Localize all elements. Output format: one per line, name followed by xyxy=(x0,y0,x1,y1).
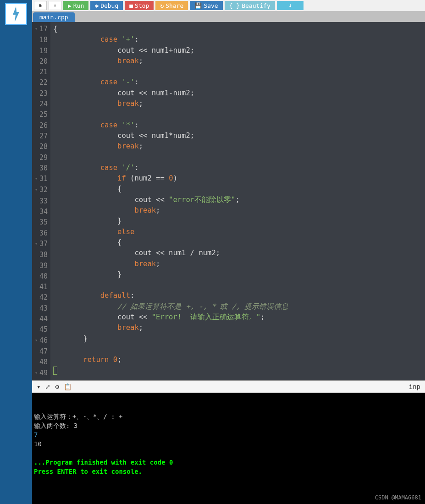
copy-icon[interactable]: 📋 xyxy=(64,383,72,390)
expand-icon[interactable]: ⤢ xyxy=(45,383,50,390)
stop-icon: ■ xyxy=(129,2,133,9)
line-gutter: 1718192021222324252627282930313233343536… xyxy=(32,22,50,380)
code-content[interactable]: { case '+': cout << num1+num2; break; ca… xyxy=(50,22,425,380)
debug-button[interactable]: ✱ Debug xyxy=(90,1,123,10)
download-button[interactable]: ⬇ xyxy=(277,1,304,10)
run-button[interactable]: ▶ Run xyxy=(63,1,88,10)
stop-button[interactable]: ■ Stop xyxy=(125,1,154,10)
gear-icon[interactable]: ⚙ xyxy=(55,383,59,390)
play-icon: ▶ xyxy=(68,2,72,9)
watermark: CSDN @MAMA6681 xyxy=(375,493,421,502)
app-logo xyxy=(5,3,27,25)
debug-label: Debug xyxy=(100,2,118,9)
sidebar xyxy=(0,0,32,504)
share-button[interactable]: ↻ Share xyxy=(155,1,188,10)
share-label: Share xyxy=(166,2,183,9)
run-label: Run xyxy=(73,2,84,9)
beautify-label: Beautify xyxy=(242,2,270,9)
save-label: Save xyxy=(204,2,218,9)
upload-button[interactable] xyxy=(49,1,61,10)
save-icon: 💾 xyxy=(194,2,202,9)
toolbar: ▶ Run ✱ Debug ■ Stop ↻ Share 💾 Save { } … xyxy=(32,0,425,11)
share-icon: ↻ xyxy=(160,2,164,9)
code-editor[interactable]: 1718192021222324252627282930313233343536… xyxy=(32,22,425,380)
download-icon: ⬇ xyxy=(288,2,292,9)
tab-main-cpp[interactable]: main.cpp xyxy=(33,12,75,22)
console-toolbar: ▾ ⤢ ⚙ 📋 inp xyxy=(32,381,425,393)
console-output[interactable]: 输入运算符：+、-、*、/ : +输入两个数: 3710 ...Program … xyxy=(32,393,425,504)
save-button[interactable]: 💾 Save xyxy=(190,1,222,10)
console-panel: ▾ ⤢ ⚙ 📋 inp 输入运算符：+、-、*、/ : +输入两个数: 3710… xyxy=(32,380,425,504)
tabs-bar: main.cpp xyxy=(32,11,425,22)
console-right-label: inp xyxy=(409,383,420,390)
bug-icon: ✱ xyxy=(95,2,99,9)
stop-label: Stop xyxy=(135,2,149,9)
braces-icon: { } xyxy=(229,2,240,9)
beautify-button[interactable]: { } Beautify xyxy=(225,1,275,10)
main-area: ▶ Run ✱ Debug ■ Stop ↻ Share 💾 Save { } … xyxy=(32,0,425,504)
chevron-down-icon[interactable]: ▾ xyxy=(37,383,40,390)
new-file-button[interactable] xyxy=(34,1,47,10)
